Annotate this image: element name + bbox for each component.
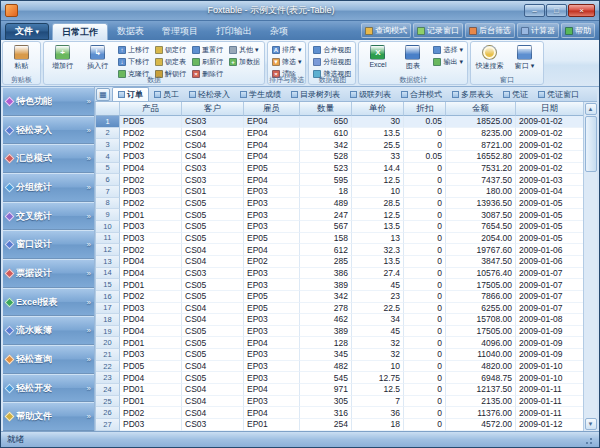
table-cell[interactable]: 32.3 (352, 244, 404, 256)
table-cell[interactable]: 32 (352, 337, 404, 349)
table-cell[interactable]: 12.5 (352, 174, 404, 186)
ribbon-button[interactable]: 分组视图 (311, 56, 353, 67)
ribbon-big-button[interactable]: XExcel (361, 43, 394, 68)
table-cell[interactable]: EP03 (244, 268, 300, 280)
row-number[interactable]: 26 (96, 407, 120, 419)
table-cell[interactable]: CS04 (182, 244, 244, 256)
table-cell[interactable]: EP03 (244, 349, 300, 361)
table-cell[interactable]: 8721.00 (446, 139, 516, 151)
table-cell[interactable]: 342 (300, 139, 352, 151)
table-cell[interactable]: CS04 (182, 303, 244, 315)
table-cell[interactable]: 2009-01-10 (516, 361, 583, 373)
table-tab-8[interactable]: 多层表头 (447, 87, 498, 101)
table-cell[interactable]: 0 (404, 128, 446, 140)
table-cell[interactable]: EP03 (244, 326, 300, 338)
table-cell[interactable]: 2009-01-02 (516, 151, 583, 163)
sidebar-item-11[interactable]: 轻松开发» (3, 374, 94, 403)
table-cell[interactable]: 22.5 (352, 303, 404, 315)
row-number[interactable]: 6 (96, 174, 120, 186)
table-cell[interactable]: 2135.00 (446, 396, 516, 408)
table-cell[interactable]: CS04 (182, 361, 244, 373)
table-list-button[interactable]: ▦ (96, 88, 110, 101)
table-cell[interactable]: 612 (300, 244, 352, 256)
ribbon-button[interactable]: ↑上移行 (116, 44, 151, 55)
table-cell[interactable]: CS03 (182, 419, 244, 431)
row-number[interactable]: 2 (96, 128, 120, 140)
table-cell[interactable]: 0 (404, 163, 446, 175)
table-cell[interactable]: PD02 (120, 244, 182, 256)
file-menu-button[interactable]: 文件 ▾ (5, 23, 49, 40)
table-cell[interactable]: 45 (352, 279, 404, 291)
row-number[interactable]: 9 (96, 209, 120, 221)
row-number[interactable]: 11 (96, 233, 120, 245)
table-cell[interactable]: 19767.60 (446, 244, 516, 256)
row-number[interactable]: 4 (96, 151, 120, 163)
table-cell[interactable]: 2009-01-11 (516, 396, 583, 408)
table-cell[interactable]: CS05 (182, 198, 244, 210)
table-cell[interactable]: PD03 (120, 221, 182, 233)
row-number[interactable]: 8 (96, 198, 120, 210)
row-number[interactable]: 27 (96, 419, 120, 431)
resize-grip[interactable] (583, 435, 593, 445)
table-cell[interactable]: 13.5 (352, 128, 404, 140)
table-cell[interactable]: 34 (352, 314, 404, 326)
table-cell[interactable]: CS03 (182, 174, 244, 186)
table-cell[interactable]: EP04 (244, 244, 300, 256)
table-cell[interactable]: 2009-01-02 (516, 116, 583, 128)
column-header[interactable]: 数量 (300, 102, 352, 116)
table-cell[interactable]: PD03 (120, 303, 182, 315)
table-cell[interactable]: CS04 (182, 396, 244, 408)
table-cell[interactable]: 316 (300, 407, 352, 419)
table-cell[interactable]: 2009-01-07 (516, 291, 583, 303)
row-number[interactable]: 19 (96, 326, 120, 338)
ribbon-button[interactable]: +加数据 (227, 56, 262, 67)
table-cell[interactable]: EP03 (244, 396, 300, 408)
table-cell[interactable]: 15708.00 (446, 314, 516, 326)
table-cell[interactable]: 180.00 (446, 186, 516, 198)
sidebar-item-6[interactable]: 窗口设计» (3, 230, 94, 259)
table-cell[interactable]: 17505.00 (446, 279, 516, 291)
table-cell[interactable]: PD02 (120, 198, 182, 210)
table-cell[interactable]: 389 (300, 326, 352, 338)
sidebar-item-2[interactable]: 轻松录入» (3, 116, 94, 145)
table-cell[interactable]: 6948.75 (446, 372, 516, 384)
table-cell[interactable]: 10 (352, 186, 404, 198)
table-cell[interactable]: EP03 (244, 221, 300, 233)
quick-button[interactable]: 计算器 (517, 23, 559, 38)
table-cell[interactable]: 17505.00 (446, 326, 516, 338)
table-cell[interactable]: 0 (404, 314, 446, 326)
row-number[interactable]: 5 (96, 163, 120, 175)
table-cell[interactable]: EP04 (244, 151, 300, 163)
sidebar-item-9[interactable]: 流水账簿» (3, 316, 94, 345)
ribbon-button[interactable]: 输出 ▾ (431, 56, 464, 67)
table-cell[interactable]: 12137.50 (446, 384, 516, 396)
table-cell[interactable]: PD03 (120, 151, 182, 163)
table-cell[interactable]: 23 (352, 291, 404, 303)
row-number[interactable]: 20 (96, 337, 120, 349)
row-number[interactable]: 22 (96, 361, 120, 373)
table-cell[interactable]: PD03 (120, 233, 182, 245)
table-cell[interactable]: 2009-01-09 (516, 326, 583, 338)
row-number[interactable]: 16 (96, 291, 120, 303)
ribbon-button[interactable]: 合并视图 (311, 44, 353, 55)
table-cell[interactable]: CS05 (182, 326, 244, 338)
table-cell[interactable]: 305 (300, 396, 352, 408)
close-button[interactable]: × (568, 4, 595, 17)
sidebar-item-12[interactable]: 帮助文件» (3, 402, 94, 431)
table-cell[interactable]: PD02 (120, 174, 182, 186)
sidebar-item-7[interactable]: 票据设计» (3, 259, 94, 288)
ribbon-big-button[interactable]: 快速搜索 (473, 43, 506, 71)
table-cell[interactable]: 128 (300, 337, 352, 349)
row-number[interactable]: 25 (96, 396, 120, 408)
table-cell[interactable]: 2009-01-07 (516, 268, 583, 280)
table-cell[interactable]: 158 (300, 233, 352, 245)
table-cell[interactable]: CS04 (182, 384, 244, 396)
table-cell[interactable]: 12.5 (352, 384, 404, 396)
table-cell[interactable]: 0 (404, 186, 446, 198)
table-cell[interactable]: 2009-01-06 (516, 256, 583, 268)
table-tab-3[interactable]: 轻松录入 (184, 87, 235, 101)
ribbon-button[interactable]: ↓下移行 (116, 56, 151, 67)
table-cell[interactable]: CS05 (182, 209, 244, 221)
table-cell[interactable]: 2009-01-09 (516, 349, 583, 361)
table-cell[interactable]: 10576.40 (446, 268, 516, 280)
